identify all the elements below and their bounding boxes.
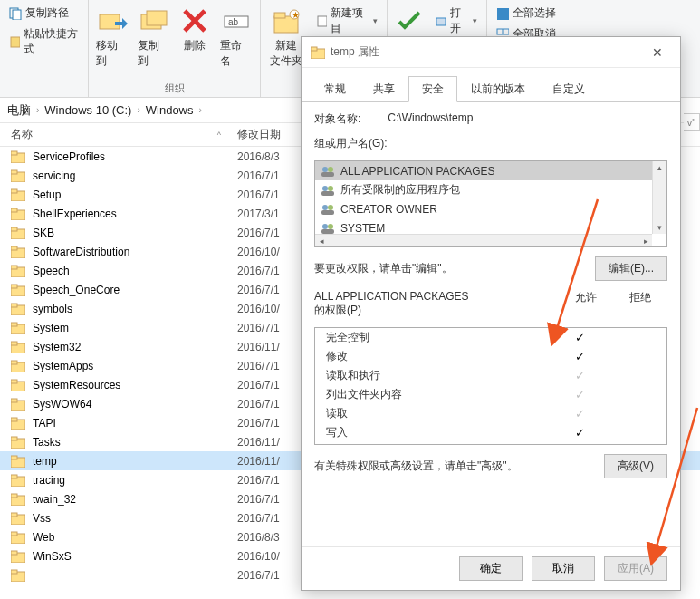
vertical-scrollbar[interactable]: ▴ ▾ bbox=[652, 161, 666, 234]
file-name: SKB bbox=[33, 227, 54, 239]
svg-rect-14 bbox=[318, 16, 327, 26]
ok-button[interactable]: 确定 bbox=[459, 556, 523, 581]
folder-icon bbox=[11, 474, 25, 487]
close-button[interactable]: ✕ bbox=[644, 45, 671, 60]
scroll-right-icon[interactable]: ▸ bbox=[639, 235, 652, 246]
chevron-right-icon: › bbox=[36, 105, 39, 115]
copy-path-icon bbox=[9, 7, 22, 20]
svg-rect-19 bbox=[497, 14, 503, 20]
copy-path-button[interactable]: 复制路径 bbox=[5, 4, 72, 23]
svg-rect-70 bbox=[311, 47, 317, 51]
scroll-down-icon[interactable]: ▾ bbox=[653, 221, 666, 234]
vertical-scrollbar[interactable]: ▴ ▾ bbox=[315, 442, 666, 445]
scroll-up-icon[interactable]: ▴ bbox=[315, 442, 666, 445]
paste-shortcut-button[interactable]: 粘贴快捷方式 bbox=[5, 24, 82, 59]
svg-rect-66 bbox=[11, 551, 17, 555]
breadcrumb-pc[interactable]: 电脑 bbox=[7, 102, 31, 119]
folder-icon bbox=[11, 208, 25, 220]
permissions-listbox[interactable]: 完全控制✓修改✓读取和执行✓列出文件夹内容✓读取✓写入✓ ▴ ▾ bbox=[314, 327, 667, 445]
tab-previous-versions[interactable]: 以前的版本 bbox=[457, 76, 539, 102]
file-name: ServiceProfiles bbox=[33, 150, 105, 163]
rename-icon: ab bbox=[221, 5, 252, 36]
group-users-listbox[interactable]: ALL APPLICATION PACKAGES所有受限制的应用程序包CREAT… bbox=[314, 160, 667, 247]
open-button[interactable]: 打开 ▾ bbox=[431, 4, 481, 38]
group-name: CREATOR OWNER bbox=[340, 203, 437, 216]
file-name: symbols bbox=[33, 303, 72, 315]
svg-rect-32 bbox=[11, 227, 17, 231]
file-name: servicing bbox=[33, 169, 75, 182]
search-fragment: v" bbox=[684, 113, 700, 131]
check-icon: ✓ bbox=[575, 369, 585, 382]
rename-label: 重命名 bbox=[220, 38, 253, 69]
horizontal-scrollbar[interactable]: ◂ ▸ bbox=[315, 234, 652, 246]
advanced-hint: 有关特殊权限或高级设置，请单击"高级"。 bbox=[314, 459, 518, 474]
move-to-button[interactable]: 移动到 bbox=[94, 4, 130, 71]
permission-label: 列出文件夹内容 bbox=[321, 387, 552, 402]
permission-label: 写入 bbox=[321, 425, 552, 440]
properties-checkbox-button[interactable] bbox=[393, 4, 426, 38]
apply-button[interactable]: 应用(A) bbox=[604, 556, 667, 581]
new-item-button[interactable]: 新建项目 ▾ bbox=[312, 4, 381, 38]
svg-point-72 bbox=[328, 167, 333, 172]
svg-rect-34 bbox=[11, 246, 17, 250]
permission-label: 修改 bbox=[321, 349, 552, 364]
svg-rect-54 bbox=[11, 437, 17, 440]
tab-sharing[interactable]: 共享 bbox=[360, 76, 408, 102]
svg-rect-28 bbox=[11, 189, 17, 193]
svg-rect-40 bbox=[11, 304, 17, 307]
tab-customize[interactable]: 自定义 bbox=[539, 76, 599, 102]
edit-button[interactable]: 编辑(E)... bbox=[595, 256, 667, 281]
svg-rect-48 bbox=[11, 380, 17, 383]
rename-button[interactable]: ab 重命名 bbox=[218, 4, 254, 71]
check-icon: ✓ bbox=[575, 426, 585, 440]
file-name: WinSxS bbox=[33, 550, 72, 563]
svg-rect-44 bbox=[11, 342, 17, 345]
cancel-button[interactable]: 取消 bbox=[532, 556, 595, 581]
permission-row: 读取和执行✓ bbox=[315, 366, 666, 385]
breadcrumb-folder[interactable]: Windows bbox=[146, 103, 194, 117]
svg-rect-11 bbox=[274, 13, 285, 18]
copy-to-icon bbox=[139, 5, 169, 36]
scroll-up-icon[interactable]: ▴ bbox=[653, 161, 666, 174]
list-item[interactable]: ALL APPLICATION PACKAGES bbox=[315, 161, 666, 180]
permission-row: 写入✓ bbox=[315, 423, 666, 442]
advanced-button[interactable]: 高级(V) bbox=[604, 454, 667, 478]
svg-text:ab: ab bbox=[228, 17, 239, 27]
delete-button[interactable]: 删除 bbox=[177, 4, 214, 55]
svg-rect-24 bbox=[11, 151, 17, 155]
folder-icon bbox=[11, 188, 25, 201]
svg-rect-42 bbox=[11, 323, 17, 326]
file-name: Vss bbox=[33, 512, 51, 525]
file-name: twain_32 bbox=[33, 493, 76, 506]
select-all-button[interactable]: 全部选择 bbox=[493, 4, 560, 23]
svg-rect-38 bbox=[11, 285, 17, 288]
open-label: 打开 bbox=[450, 5, 469, 36]
svg-point-81 bbox=[328, 224, 333, 229]
tab-general[interactable]: 常规 bbox=[311, 76, 360, 102]
folder-icon bbox=[311, 46, 325, 59]
open-icon bbox=[435, 14, 446, 27]
file-name: Speech bbox=[33, 265, 70, 277]
scroll-left-icon[interactable]: ◂ bbox=[315, 235, 328, 246]
file-name: SystemResources bbox=[33, 379, 120, 391]
properties-dialog: temp 属性 ✕ 常规 共享 安全 以前的版本 自定义 对象名称: C:\Wi… bbox=[301, 36, 681, 591]
delete-label: 删除 bbox=[184, 38, 206, 53]
copy-to-button[interactable]: 复制到 bbox=[136, 4, 172, 71]
folder-icon bbox=[11, 531, 25, 544]
list-item[interactable]: CREATOR OWNER bbox=[315, 199, 666, 218]
column-name-header[interactable]: 名称 bbox=[11, 127, 33, 142]
breadcrumb-drive[interactable]: Windows 10 (C:) bbox=[44, 103, 131, 117]
move-to-label: 移动到 bbox=[96, 38, 129, 69]
svg-rect-20 bbox=[503, 14, 509, 20]
new-item-icon bbox=[316, 14, 328, 27]
list-item[interactable]: 所有受限制的应用程序包 bbox=[315, 180, 666, 199]
paste-shortcut-label: 粘贴快捷方式 bbox=[24, 26, 79, 57]
tab-security[interactable]: 安全 bbox=[408, 76, 457, 102]
folder-icon bbox=[11, 322, 25, 334]
group-icon bbox=[321, 222, 335, 235]
copy-to-label: 复制到 bbox=[138, 38, 170, 69]
folder-icon bbox=[11, 455, 25, 468]
file-name: Speech_OneCore bbox=[33, 284, 120, 296]
file-name: tracing bbox=[33, 474, 65, 487]
sort-indicator-icon: ^ bbox=[217, 130, 221, 140]
